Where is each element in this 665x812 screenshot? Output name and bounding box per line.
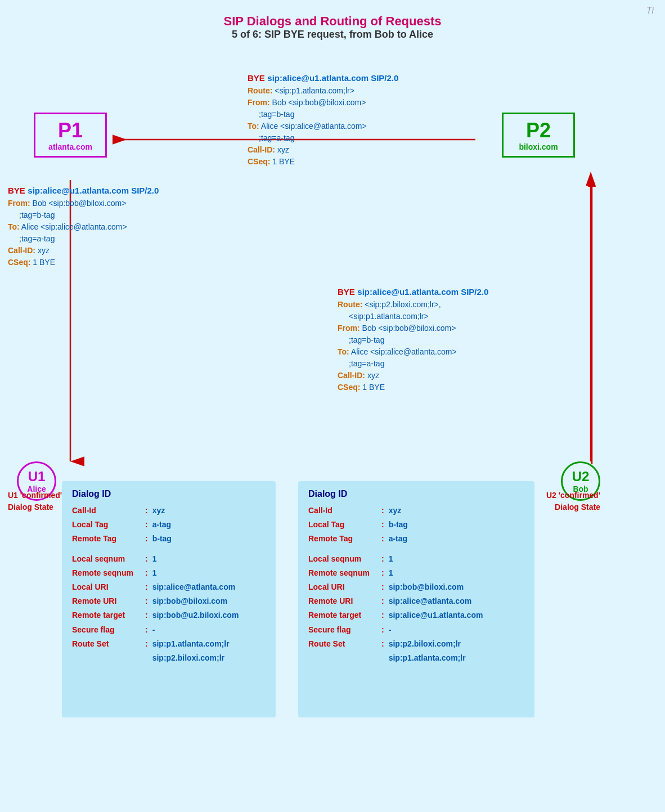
- dl-routeset-val2: sip:p2.biloxi.com;lr: [152, 651, 224, 665]
- sip-top-from-label: From:: [248, 98, 270, 107]
- dl-remotetarget-val: sip:bob@u2.biloxi.com: [152, 608, 239, 622]
- dl-secureflag-label: Secure flag: [72, 623, 145, 637]
- sip-right-cseq-val: 1 BYE: [362, 383, 385, 392]
- dialog-state-right: U2 'confirmed' Dialog State: [546, 490, 600, 513]
- dl-remoteseq-val: 1: [152, 566, 157, 580]
- sip-right-to-val: Alice <sip:alice@atlanta.com>: [351, 347, 457, 356]
- sip-right-from-tag: ;tag=b-tag: [349, 335, 384, 344]
- svg-marker-7: [588, 177, 596, 187]
- dr-localseq-label: Local seqnum: [308, 552, 381, 566]
- sip-right-route-label: Route:: [338, 300, 362, 309]
- sip-top-callid-val: xyz: [277, 145, 289, 154]
- sip-right-callid-val: xyz: [367, 371, 379, 380]
- dr-localtag-label: Local Tag: [308, 518, 381, 532]
- dl-callid-label: Call-Id: [72, 504, 145, 518]
- sip-left-block: BYE sip:alice@u1.atlanta.com SIP/2.0 Fro…: [8, 186, 159, 268]
- sip-left-method: BYE: [8, 186, 25, 195]
- dl-secureflag-val: -: [152, 623, 155, 637]
- sip-top-cseq-val: 1 BYE: [272, 157, 295, 166]
- dr-secureflag-label: Secure flag: [308, 623, 381, 637]
- dl-routeset-val: sip:p1.atlanta.com;lr: [152, 637, 230, 651]
- sip-top-from-val: Bob <sip:bob@biloxi.com>: [272, 98, 366, 107]
- dialog-state-left: U1 'confirmed' Dialog State: [8, 490, 62, 513]
- page-container: Ti SIP Dialogs and Routing of Requests 5…: [0, 0, 665, 812]
- dl-localuri-val: sip:alice@atlanta.com: [152, 580, 235, 594]
- u1-label: U1: [28, 469, 46, 484]
- dl-localseq-label: Local seqnum: [72, 552, 145, 566]
- sip-right-route-val: <sip:p2.biloxi.com;lr>,: [365, 300, 441, 309]
- sip-right-callid-label: Call-ID:: [338, 371, 365, 380]
- header: SIP Dialogs and Routing of Requests 5 of…: [6, 6, 659, 46]
- sip-top-from-tag: ;tag=b-tag: [259, 110, 294, 119]
- sip-top-cseq-label: CSeq:: [248, 157, 270, 166]
- sip-left-from-tag: ;tag=b-tag: [19, 210, 55, 219]
- sip-top-block: BYE sip:alice@u1.atlanta.com SIP/2.0 Rou…: [248, 73, 398, 168]
- dr-remotetarget-label: Remote target: [308, 608, 381, 622]
- sip-top-to-tag: ;tag=a-tag: [259, 133, 294, 142]
- dl-localuri-label: Local URI: [72, 580, 145, 594]
- dr-remoteseq-val: 1: [389, 566, 393, 580]
- dr-secureflag-val: -: [389, 623, 392, 637]
- dr-localuri-val: sip:bob@biloxi.com: [389, 580, 464, 594]
- dl-remoteuri-val: sip:bob@biloxi.com: [152, 594, 227, 608]
- p2-domain: biloxi.com: [514, 142, 563, 151]
- dr-localtag-val: b-tag: [389, 518, 408, 532]
- dr-remotetarget-val: sip:alice@u1.atlanta.com: [389, 608, 483, 622]
- sip-right-route-val2: <sip:p1.atlanta.com;lr>: [349, 312, 429, 321]
- sip-top-to-label: To:: [248, 122, 259, 131]
- p2-box: P2 biloxi.com: [502, 113, 575, 158]
- dr-remotetag-label: Remote Tag: [308, 532, 381, 546]
- dr-routeset-label: Route Set: [308, 637, 381, 651]
- sip-left-to-label: To:: [8, 222, 20, 231]
- sip-right-to-label: To:: [338, 347, 349, 356]
- sip-top-route-label: Route:: [248, 86, 272, 95]
- sip-left-callid-label: Call-ID:: [8, 246, 35, 255]
- dr-routeset-val: sip:p2.biloxi.com;lr: [389, 637, 461, 651]
- dl-localseq-val: 1: [152, 552, 157, 566]
- sip-right-to-tag: ;tag=a-tag: [349, 359, 384, 368]
- dl-remotetag-label: Remote Tag: [72, 532, 145, 546]
- sip-right-from-label: From:: [338, 324, 360, 333]
- u2-label: U2: [572, 469, 590, 484]
- p2-label: P2: [514, 119, 563, 142]
- dl-routeset-label: Route Set: [72, 637, 145, 651]
- sip-top-to-val: Alice <sip:alice@atlanta.com>: [261, 122, 367, 131]
- dialog-right-box: Dialog ID Call-Id : xyz Local Tag : b-ta…: [298, 481, 534, 717]
- p1-box: P1 atlanta.com: [34, 113, 107, 158]
- dr-remotetag-val: a-tag: [389, 532, 407, 546]
- dr-remoteseq-label: Remote seqnum: [308, 566, 381, 580]
- sip-right-cseq-label: CSeq:: [338, 383, 360, 392]
- dr-remoteuri-label: Remote URI: [308, 594, 381, 608]
- sip-right-method: BYE: [338, 287, 355, 297]
- sip-left-uri: sip:alice@u1.atlanta.com SIP/2.0: [28, 186, 159, 195]
- dr-callid-val: xyz: [389, 504, 402, 518]
- sip-left-to-tag: ;tag=a-tag: [19, 234, 55, 243]
- dl-callid-val: xyz: [152, 504, 165, 518]
- dr-remoteuri-val: sip:alice@atlanta.com: [389, 594, 471, 608]
- page-title: SIP Dialogs and Routing of Requests: [6, 14, 659, 29]
- dr-routeset-val2: sip:p1.atlanta.com;lr: [389, 651, 466, 665]
- sip-left-callid-val: xyz: [38, 246, 50, 255]
- p1-label: P1: [46, 119, 95, 142]
- dialog-left-title: Dialog ID: [72, 489, 266, 499]
- sip-right-uri: sip:alice@u1.atlanta.com SIP/2.0: [357, 287, 488, 297]
- sip-left-cseq-label: CSeq:: [8, 258, 30, 267]
- dialog-left-box: Dialog ID Call-Id : xyz Local Tag : a-ta…: [62, 481, 276, 717]
- dr-localuri-label: Local URI: [308, 580, 381, 594]
- dl-localtag-label: Local Tag: [72, 518, 145, 532]
- sip-top-route-val: <sip:p1.atlanta.com;lr>: [275, 86, 354, 95]
- sip-top-uri2: sip:alice@u1.atlanta.com SIP/2.0: [267, 73, 398, 83]
- dl-remotetarget-label: Remote target: [72, 608, 145, 622]
- sip-right-from-val: Bob <sip:bob@biloxi.com>: [362, 324, 456, 333]
- dr-localseq-val: 1: [389, 552, 393, 566]
- sip-left-from-val: Bob <sip:bob@biloxi.com>: [33, 199, 127, 208]
- sip-left-cseq-val: 1 BYE: [33, 258, 55, 267]
- p1-domain: atlanta.com: [46, 142, 95, 151]
- dr-callid-label: Call-Id: [308, 504, 381, 518]
- sip-top-method: BYE: [248, 73, 265, 83]
- top-right-ti: Ti: [646, 6, 654, 16]
- dl-remoteseq-label: Remote seqnum: [72, 566, 145, 580]
- sip-right-block: BYE sip:alice@u1.atlanta.com SIP/2.0 Rou…: [338, 287, 488, 393]
- dialog-right-title: Dialog ID: [308, 489, 524, 499]
- page-subtitle: 5 of 6: SIP BYE request, from Bob to Ali…: [6, 29, 659, 41]
